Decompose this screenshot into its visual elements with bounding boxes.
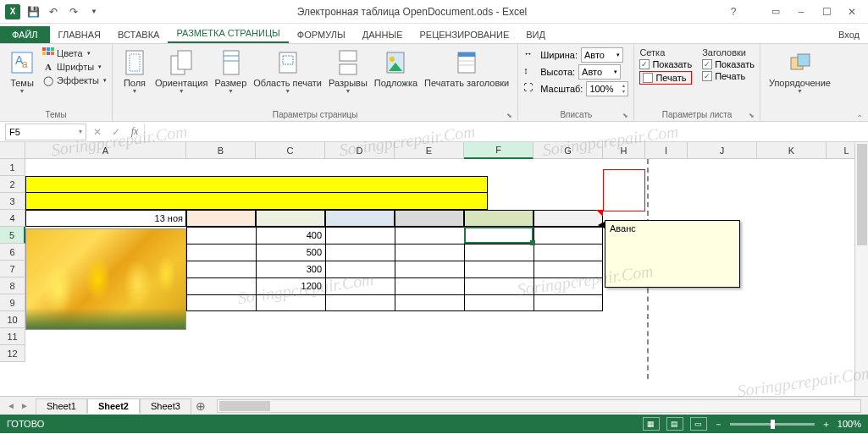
column-header-F[interactable]: F xyxy=(464,142,534,159)
tab-file[interactable]: ФАЙЛ xyxy=(0,26,50,43)
scale-launcher-icon[interactable]: ⬊ xyxy=(622,112,628,119)
help-icon[interactable]: ? xyxy=(721,3,746,21)
width-field[interactable]: Авто▾ xyxy=(581,47,623,63)
theme-colors-button[interactable]: Цвета▾ xyxy=(42,47,107,59)
sheet-options-launcher-icon[interactable]: ⬊ xyxy=(749,112,755,119)
row-header-5[interactable]: 5 xyxy=(0,227,25,244)
column-header-G[interactable]: G xyxy=(534,142,603,159)
spreadsheet-grid[interactable]: ABCDEFGHIJKL 123456789101112 13 ноя 400 … xyxy=(0,142,868,396)
add-sheet-button[interactable]: ⊕ xyxy=(191,399,210,413)
gridlines-show-checkbox[interactable]: ✓Показать xyxy=(639,59,692,69)
height-field[interactable]: Авто▾ xyxy=(578,64,621,80)
tab-page-layout[interactable]: РАЗМЕТКА СТРАНИЦЫ xyxy=(168,25,288,43)
cell-C4[interactable] xyxy=(256,210,325,227)
cell-D4[interactable] xyxy=(325,210,395,227)
background-button[interactable]: Подложка xyxy=(371,47,421,90)
cell-C7[interactable]: 300 xyxy=(256,261,325,277)
column-header-C[interactable]: C xyxy=(256,142,325,159)
row-header-12[interactable]: 12 xyxy=(0,345,25,362)
comment-popup[interactable]: Аванс xyxy=(605,220,740,288)
fx-icon[interactable]: fx xyxy=(125,124,144,140)
sheet-tab-Sheet2[interactable]: Sheet2 xyxy=(87,398,140,414)
print-area-button[interactable]: Область печати▼ xyxy=(250,47,325,96)
headings-show-checkbox[interactable]: ✓Показать xyxy=(702,59,755,69)
scale-field[interactable]: 100%▴▾ xyxy=(586,81,628,96)
sheet-nav-next-icon[interactable]: ► xyxy=(19,401,30,410)
sign-in-link[interactable]: Вход xyxy=(830,26,868,43)
gridlines-print-checkbox[interactable]: Печать xyxy=(643,73,688,83)
breaks-button[interactable]: Разрывы▼ xyxy=(325,47,371,96)
close-icon[interactable]: ✕ xyxy=(839,3,865,21)
sheet-tab-Sheet1[interactable]: Sheet1 xyxy=(36,398,87,414)
themes-button[interactable]: Aa Темы ▼ xyxy=(5,47,39,96)
maximize-icon[interactable]: ☐ xyxy=(814,3,839,21)
cell-F4[interactable] xyxy=(464,210,534,227)
print-titles-button[interactable]: Печатать заголовки xyxy=(421,47,512,90)
cell-C6[interactable]: 500 xyxy=(256,244,325,261)
row-header-6[interactable]: 6 xyxy=(0,244,25,261)
headings-print-checkbox[interactable]: ✓Печать xyxy=(702,71,755,81)
cell-G4[interactable] xyxy=(534,210,603,227)
enter-formula-icon[interactable]: ✓ xyxy=(107,124,125,140)
size-button[interactable]: Размер▼ xyxy=(211,47,250,96)
cell-B4[interactable] xyxy=(186,210,256,227)
row-header-3[interactable]: 3 xyxy=(0,193,25,210)
cell-C8[interactable]: 1200 xyxy=(256,277,325,294)
column-header-A[interactable]: A xyxy=(25,142,186,159)
zoom-slider[interactable] xyxy=(730,423,815,426)
row-header-10[interactable]: 10 xyxy=(0,311,25,328)
tab-view[interactable]: ВИД xyxy=(517,26,554,43)
tab-home[interactable]: ГЛАВНАЯ xyxy=(50,26,109,43)
column-header-J[interactable]: J xyxy=(688,142,757,159)
redo-icon[interactable]: ↷ xyxy=(64,3,83,21)
orientation-button[interactable]: Ориентация▼ xyxy=(152,47,211,96)
zoom-in-icon[interactable]: ＋ xyxy=(821,418,831,431)
cell-E4[interactable] xyxy=(395,210,464,227)
row-header-9[interactable]: 9 xyxy=(0,294,25,311)
theme-effects-button[interactable]: ◯Эффекты▾ xyxy=(42,74,107,86)
minimize-icon[interactable]: – xyxy=(788,3,814,21)
row-header-1[interactable]: 1 xyxy=(0,159,25,176)
horizontal-scrollbar[interactable] xyxy=(217,399,861,413)
save-icon[interactable]: 💾 xyxy=(24,3,42,21)
column-header-E[interactable]: E xyxy=(395,142,464,159)
cell-A4[interactable]: 13 ноя xyxy=(25,210,186,227)
zoom-out-icon[interactable]: － xyxy=(714,418,723,431)
column-header-D[interactable]: D xyxy=(325,142,395,159)
normal-view-icon[interactable]: ▦ xyxy=(643,417,660,431)
margins-button[interactable]: Поля▼ xyxy=(118,47,152,96)
undo-icon[interactable]: ↶ xyxy=(44,3,63,21)
row-header-8[interactable]: 8 xyxy=(0,277,25,294)
column-header-B[interactable]: B xyxy=(186,142,256,159)
arrange-button[interactable]: Упорядочение▼ xyxy=(766,47,834,96)
column-header-H[interactable]: H xyxy=(603,142,645,159)
cancel-formula-icon[interactable]: ✕ xyxy=(88,124,107,140)
vertical-scrollbar[interactable] xyxy=(854,142,868,396)
embedded-image[interactable] xyxy=(25,228,186,330)
page-setup-launcher-icon[interactable]: ⬊ xyxy=(506,112,512,119)
sheet-tab-Sheet3[interactable]: Sheet3 xyxy=(140,398,191,414)
zoom-level[interactable]: 100% xyxy=(838,419,861,429)
qat-customize-icon[interactable]: ▼ xyxy=(85,3,103,21)
row-header-2[interactable]: 2 xyxy=(0,176,25,193)
ribbon-options-icon[interactable]: ▭ xyxy=(763,3,788,21)
excel-app-icon[interactable]: X xyxy=(3,3,22,21)
row-header-7[interactable]: 7 xyxy=(0,261,25,277)
formula-input[interactable] xyxy=(144,124,868,140)
tab-insert[interactable]: ВСТАВКА xyxy=(109,26,168,43)
theme-fonts-button[interactable]: AШрифты▾ xyxy=(42,61,107,73)
tab-review[interactable]: РЕЦЕНЗИРОВАНИЕ xyxy=(411,26,517,43)
tab-formulas[interactable]: ФОРМУЛЫ xyxy=(289,26,354,43)
name-box[interactable]: F5▾ xyxy=(5,124,86,140)
cell-C5[interactable]: 400 xyxy=(256,227,325,244)
row-header-4[interactable]: 4 xyxy=(0,210,25,227)
tab-data[interactable]: ДАННЫЕ xyxy=(354,26,412,43)
page-break-view-icon[interactable]: ▭ xyxy=(690,417,707,431)
column-header-K[interactable]: K xyxy=(757,142,827,159)
sheet-nav-prev-icon[interactable]: ◄ xyxy=(5,401,17,410)
column-header-I[interactable]: I xyxy=(645,142,688,159)
select-all-button[interactable] xyxy=(0,142,25,159)
collapse-ribbon-icon[interactable]: ⌃ xyxy=(856,113,863,123)
page-layout-view-icon[interactable]: ▤ xyxy=(666,417,683,431)
row-header-11[interactable]: 11 xyxy=(0,328,25,345)
